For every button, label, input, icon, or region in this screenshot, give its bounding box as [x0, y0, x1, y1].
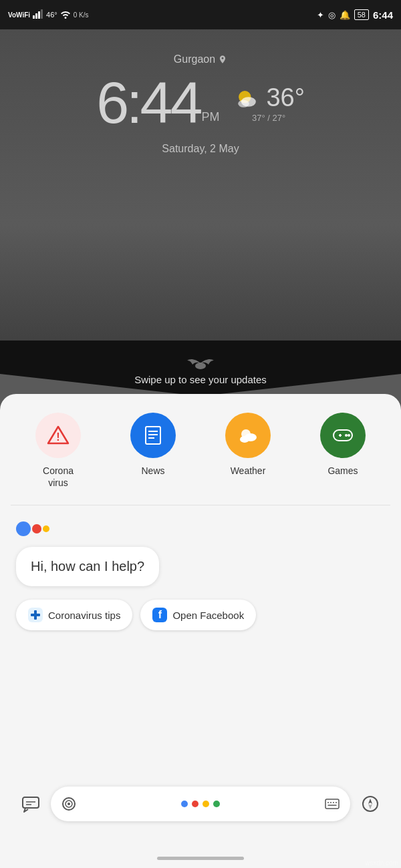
- messages-svg: [21, 795, 40, 813]
- bluetooth-icon: ✦: [317, 10, 324, 20]
- news-icon-circle: [130, 413, 176, 458]
- battery-level: 58: [354, 9, 369, 20]
- assistant-section: Hi, how can I help? Coronavirus tips f O…: [11, 505, 390, 657]
- app-shortcut-games[interactable]: Games: [320, 413, 366, 477]
- app-shortcut-weather[interactable]: Weather: [225, 413, 271, 477]
- wallpaper: Gurgaon 6:44 PM 36° 37° / 27° Saturday, …: [0, 0, 401, 374]
- app-shortcut-news[interactable]: News: [130, 413, 176, 477]
- clock-weather-row: 6:44 PM 36° 37° / 27°: [96, 73, 305, 132]
- coronavirus-warning-icon: !: [46, 423, 70, 447]
- location-label: Gurgaon: [174, 53, 227, 65]
- games-label: Games: [327, 465, 358, 477]
- partly-cloudy-icon: [233, 83, 262, 113]
- status-bar: VoWiFi 46° 0 K/s ✦ ◎ 🔔 58 6:44: [0, 0, 401, 29]
- mute-icon: 🔔: [340, 10, 350, 20]
- medical-plus-icon: [29, 609, 41, 621]
- svg-rect-23: [31, 614, 40, 616]
- status-right: ✦ ◎ 🔔 58 6:44: [317, 9, 393, 21]
- app-shortcut-coronavirus[interactable]: ! Coronavirus: [35, 413, 81, 489]
- games-icon-circle: [320, 413, 366, 458]
- svg-rect-3: [41, 9, 43, 19]
- svg-point-16: [240, 436, 249, 443]
- svg-point-6: [239, 99, 250, 107]
- compass-icon[interactable]: [356, 789, 385, 819]
- google-dot-4: [213, 801, 220, 807]
- google-assistant-logo: [16, 521, 385, 536]
- chip-coronavirus-tips[interactable]: Coronavirus tips: [16, 600, 132, 630]
- svg-marker-37: [368, 799, 372, 804]
- google-search-pill[interactable]: [51, 787, 350, 821]
- weather-label: Weather: [231, 465, 266, 477]
- chip-facebook-icon: f: [152, 608, 167, 622]
- svg-rect-30: [325, 799, 339, 809]
- swipe-up-text: Swipe up to see your updates: [134, 374, 267, 385]
- network-speed: 0 K/s: [74, 11, 89, 19]
- svg-point-7: [195, 363, 206, 369]
- google-dot-3: [203, 801, 209, 807]
- messages-icon[interactable]: [16, 789, 45, 819]
- google-dots-indicator: [181, 801, 220, 807]
- status-left: VoWiFi 46° 0 K/s: [8, 9, 89, 20]
- chip-covid-icon: [28, 608, 43, 622]
- google-dot-blue: [16, 521, 31, 536]
- weather-cloud-icon: [236, 423, 260, 447]
- keyboard-svg: [324, 796, 340, 812]
- location-icon: ◎: [328, 10, 336, 20]
- status-time: 6:44: [373, 9, 393, 21]
- date-display: Saturday, 2 May: [162, 143, 239, 155]
- signal-strength: [33, 9, 43, 20]
- location-text: Gurgaon: [174, 53, 215, 65]
- news-label: News: [141, 465, 164, 477]
- svg-point-20: [345, 434, 348, 437]
- keyboard-icon[interactable]: [323, 795, 341, 813]
- svg-marker-38: [368, 804, 372, 809]
- clock-time: 6:44: [96, 73, 200, 132]
- google-dot-red: [32, 524, 41, 533]
- chip-open-facebook[interactable]: f Open Facebook: [140, 600, 256, 630]
- chip-coronavirus-tips-label: Coronavirus tips: [48, 610, 120, 621]
- temperature-main: 36°: [266, 83, 304, 112]
- temperature-range: 37° / 27°: [252, 113, 285, 123]
- bottom-toolbar: [0, 780, 401, 828]
- coronavirus-icon-circle: !: [35, 413, 81, 458]
- games-controller-icon: [331, 423, 355, 447]
- svg-rect-1: [35, 13, 37, 19]
- wifi-icon: [60, 9, 71, 20]
- assistant-greeting-text: Hi, how can I help?: [31, 559, 144, 574]
- clock-display: 6:44 PM: [96, 73, 219, 132]
- google-dot-1: [181, 801, 188, 807]
- location-pin-icon: [218, 55, 227, 64]
- watermark: wsxdn.com: [365, 859, 398, 867]
- news-doc-icon: [141, 423, 165, 447]
- lens-icon: [61, 796, 77, 812]
- weather-info: 36° 37° / 27°: [233, 83, 304, 123]
- weather-icon-circle: [225, 413, 271, 458]
- network-type: 46°: [46, 11, 57, 19]
- chip-open-facebook-label: Open Facebook: [172, 610, 244, 621]
- suggestion-chips: Coronavirus tips f Open Facebook: [16, 600, 385, 630]
- svg-rect-0: [33, 15, 35, 19]
- svg-rect-2: [38, 11, 40, 19]
- weather-icon-temp: 36°: [233, 83, 304, 113]
- google-dot-yellow: [43, 525, 49, 532]
- compass-svg: [361, 795, 380, 813]
- camera-search-icon[interactable]: [60, 795, 78, 813]
- svg-point-21: [348, 434, 350, 437]
- google-dot-2: [192, 801, 198, 807]
- clock-ampm: PM: [201, 110, 219, 124]
- assistant-greeting-bubble: Hi, how can I help?: [16, 547, 159, 586]
- swipe-prompt-area[interactable]: Swipe up to see your updates: [0, 354, 401, 385]
- batman-logo: [186, 354, 215, 371]
- coronavirus-label: Coronavirus: [43, 465, 74, 489]
- vowifi-indicator: VoWiFi: [8, 11, 30, 19]
- svg-text:!: !: [56, 431, 59, 443]
- svg-rect-24: [23, 797, 39, 808]
- svg-point-29: [68, 803, 70, 805]
- app-shortcuts-row: ! Coronavirus News: [11, 407, 390, 505]
- home-indicator[interactable]: [157, 857, 244, 860]
